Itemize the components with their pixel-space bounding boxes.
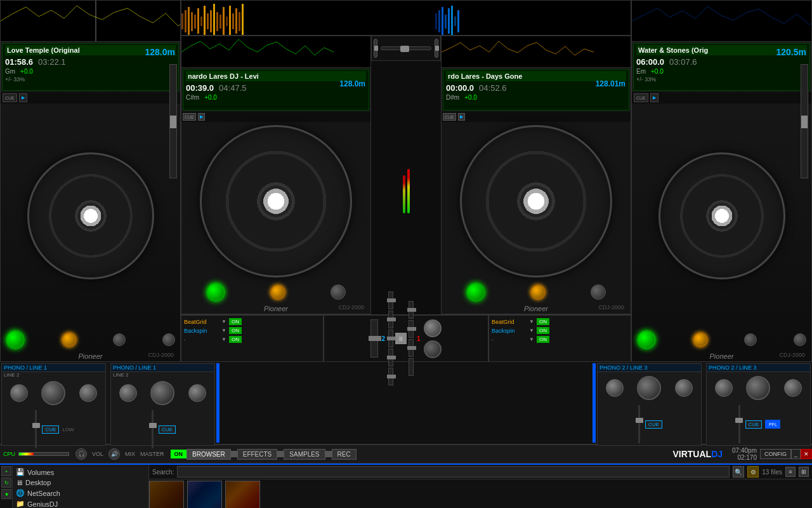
- dj-section: Love Temple (Original 01:58.6 03:22.1 12…: [0, 0, 812, 362]
- deck-1-play-btn[interactable]: ▶: [19, 93, 27, 102]
- deck-4-cue-btn[interactable]: CUE: [634, 93, 648, 102]
- right-filter-knob[interactable]: [435, 39, 438, 58]
- phono-4-gain-knob[interactable]: [746, 376, 770, 400]
- phono-2-cue-btn[interactable]: CUE: [159, 425, 176, 434]
- deck-1-play-knob[interactable]: [6, 330, 25, 349]
- list-view-btn[interactable]: ≡: [785, 467, 796, 477]
- deck-2-turntable[interactable]: [200, 125, 352, 277]
- eq-fader-9[interactable]: [409, 339, 414, 357]
- deck-1-pitch-handle: [170, 116, 176, 128]
- phono-3-cue-btn[interactable]: CUE: [645, 420, 662, 429]
- beatgrid-left-on-btn[interactable]: ON: [229, 318, 242, 325]
- sidebar-item-volumes[interactable]: 💾 Volumes: [13, 467, 148, 478]
- deck-2-cue-knob[interactable]: [270, 284, 285, 300]
- deck-3-play-knob[interactable]: [466, 283, 485, 302]
- deck-3-cue-btn[interactable]: CUE: [443, 113, 456, 121]
- samples-btn[interactable]: SAMPLES: [284, 449, 325, 460]
- phono-3-gain-knob[interactable]: [637, 376, 661, 400]
- deck-1-cue-knob[interactable]: [62, 332, 77, 347]
- minimize-btn[interactable]: _: [791, 449, 801, 459]
- phono-1-bass-knob[interactable]: [10, 384, 28, 402]
- eq-fader-4[interactable]: [388, 330, 393, 347]
- browser-btn[interactable]: BROWSER: [187, 449, 231, 460]
- phono-1-knobs: [2, 378, 105, 408]
- deck-4-knob-4[interactable]: [794, 333, 806, 346]
- tool-btn-3[interactable]: ★: [1, 489, 11, 499]
- phono-3-treble-knob[interactable]: [675, 379, 693, 397]
- eq-fader-3[interactable]: [388, 311, 393, 328]
- eq-fader-8[interactable]: [409, 320, 414, 338]
- phono-1-gain-knob[interactable]: [41, 381, 65, 405]
- phono-4-bass-knob[interactable]: [715, 379, 733, 397]
- phono-3-bass-knob[interactable]: [606, 379, 624, 397]
- netsearch-label: NetSearch: [27, 490, 60, 497]
- grid-view-btn[interactable]: ⊞: [799, 467, 809, 477]
- phono-2-fader[interactable]: [152, 410, 154, 448]
- deck-1-turntable[interactable]: [27, 152, 154, 279]
- fx-left-label3: -: [184, 337, 219, 342]
- deck-1-knob-3[interactable]: [113, 333, 126, 346]
- eq-fader-1[interactable]: [370, 319, 378, 358]
- phono-4-fader[interactable]: [738, 405, 740, 443]
- deck-1-cue-btn[interactable]: CUE: [3, 93, 17, 102]
- left-filter-knob[interactable]: [374, 39, 377, 58]
- sidebar-item-netsearch[interactable]: 🌐 NetSearch: [13, 488, 148, 498]
- deck-4-cue-knob[interactable]: [693, 332, 708, 347]
- crossfader[interactable]: [381, 46, 431, 50]
- deck-4-turntable[interactable]: [658, 152, 785, 279]
- phono-4-cue-btn[interactable]: CUE: [745, 420, 763, 429]
- fx-left-on-btn3[interactable]: ON: [229, 336, 242, 343]
- sidebar-item-desktop[interactable]: 🖥 Desktop: [13, 478, 148, 488]
- fx-knob-1[interactable]: [424, 319, 442, 337]
- search-icon-btn[interactable]: 🔍: [733, 466, 744, 478]
- deck-4-play-btn[interactable]: ▶: [650, 93, 658, 102]
- rec-btn[interactable]: REC: [332, 449, 357, 460]
- deck-3-play-btn[interactable]: ▶: [458, 113, 465, 121]
- deck-2-play-knob[interactable]: [206, 283, 225, 302]
- album-preview: [149, 479, 812, 508]
- deck-2-play-btn[interactable]: ▶: [198, 113, 205, 121]
- config-btn[interactable]: CONFIG: [760, 449, 791, 459]
- phono-4-treble-knob[interactable]: [784, 379, 802, 397]
- beatgrid-right-on-btn[interactable]: ON: [537, 318, 549, 325]
- tool-btn-1[interactable]: +: [1, 466, 11, 476]
- backspin-left-on-btn[interactable]: ON: [229, 327, 242, 334]
- eq-fader-5[interactable]: [388, 349, 393, 366]
- eq-fader-7[interactable]: [409, 301, 414, 319]
- eq-fader-10[interactable]: [409, 358, 414, 376]
- sidebar-item-geniusdj[interactable]: 📁 GeniusDJ: [13, 498, 148, 508]
- fx-right-on-btn3[interactable]: ON: [537, 336, 549, 343]
- fx-knob-2[interactable]: [424, 340, 442, 358]
- phono-3-fader[interactable]: [638, 405, 640, 443]
- phono-1-cue-btn[interactable]: CUE: [42, 425, 59, 434]
- deck-3-cue-knob[interactable]: [530, 284, 546, 300]
- deck-3-knob-3[interactable]: [591, 284, 606, 300]
- search-input[interactable]: [177, 466, 730, 478]
- eq-fader-6[interactable]: [388, 368, 393, 385]
- deck-2-cue-btn[interactable]: CUE: [183, 113, 196, 121]
- deck-4-pitch-fader[interactable]: [801, 64, 808, 178]
- desktop-label: Desktop: [25, 479, 51, 486]
- phono-1-treble-knob[interactable]: [79, 384, 97, 402]
- phono-2-treble-knob[interactable]: [188, 384, 206, 402]
- fx-right-row3: - ▼ ON: [492, 336, 628, 343]
- backspin-right-on-btn[interactable]: ON: [537, 327, 549, 334]
- deck-4-knob-3[interactable]: [744, 333, 757, 346]
- deck-1-knob-4[interactable]: [162, 333, 175, 346]
- deck-1-pitch-fader[interactable]: [169, 64, 177, 178]
- close-btn[interactable]: ✕: [801, 449, 812, 459]
- effects-btn[interactable]: EFFECTS: [237, 449, 278, 460]
- on-btn[interactable]: ON: [171, 450, 187, 458]
- phono-1-fader[interactable]: [35, 410, 37, 448]
- phono-2-gain-knob[interactable]: [150, 381, 174, 405]
- deck-4-play-knob[interactable]: [637, 330, 656, 349]
- pause-btn[interactable]: ⏸: [395, 333, 407, 344]
- tool-btn-2[interactable]: ↻: [1, 478, 11, 488]
- phono-2-bass-knob[interactable]: [119, 384, 137, 402]
- pfl-btn[interactable]: PFL: [765, 420, 780, 429]
- deck-2-knob-3[interactable]: [331, 284, 346, 300]
- deck-3-turntable[interactable]: [460, 125, 612, 277]
- phono-1: PHONO / LINE 1 LINE 2 CUE LOW: [1, 363, 106, 446]
- eq-fader-2[interactable]: [388, 291, 393, 309]
- search-options-btn[interactable]: ⚙: [747, 466, 759, 478]
